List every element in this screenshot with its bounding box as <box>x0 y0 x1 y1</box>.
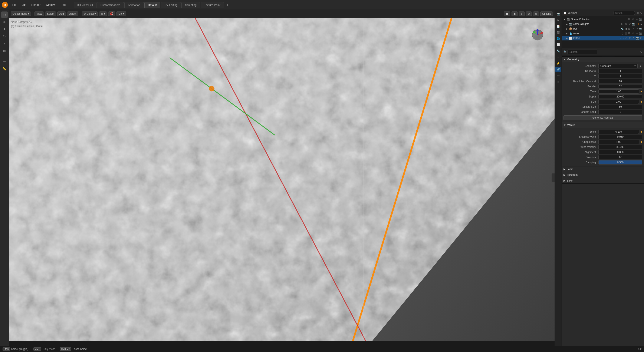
camera-lights-pointer[interactable]: ↗ <box>629 22 631 25</box>
props-icon-data[interactable]: 〰 <box>556 73 561 78</box>
sidebar-select-tool[interactable]: ⬚ <box>1 11 8 18</box>
spectrum-section-header[interactable]: ▶ Spectrum <box>562 172 644 178</box>
plane-viewport[interactable]: ⬡ <box>640 37 642 39</box>
y-value[interactable]: 1 <box>598 74 642 78</box>
viewport-canvas[interactable]: User Perspective (0) Scene Collection | … <box>9 18 554 341</box>
viewport-gizmos[interactable]: ⊛ <box>533 11 539 16</box>
plane-checkbox[interactable]: ☑ <box>625 37 627 39</box>
sidebar-scale-tool[interactable]: ⤢ <box>1 40 8 47</box>
tab-3d-view-full[interactable]: 3D View Full <box>74 2 96 8</box>
damping-value[interactable]: 0.500 <box>598 160 642 164</box>
bar-eye[interactable]: 👁 <box>632 27 634 30</box>
water-cam[interactable]: 📷 <box>639 32 642 35</box>
direction-value[interactable]: 0° <box>598 155 642 159</box>
sidebar-annotate-tool[interactable]: ✏ <box>1 58 8 65</box>
random-seed-value[interactable]: 0 <box>598 110 642 114</box>
plane-cam[interactable]: 📷 <box>636 37 639 39</box>
res-viewport-value[interactable]: 16 <box>598 79 642 83</box>
scale-value[interactable]: 0.100 <box>598 130 639 134</box>
time-value[interactable]: 1.00 <box>598 89 639 94</box>
outliner-filter-icon[interactable]: ⊞ <box>636 11 639 14</box>
bake-section-header[interactable]: ▶ Bake <box>562 178 644 183</box>
camera-lights-checkbox[interactable]: ☑ <box>621 22 624 25</box>
tab-texture-paint[interactable]: Texture Paint <box>200 2 224 8</box>
water-eye[interactable]: 👁 <box>632 32 634 35</box>
smallest-wave-value[interactable]: 0.050 <box>598 135 642 139</box>
depth-value[interactable]: 200.00 <box>598 94 642 99</box>
proportional-editing[interactable]: Mix ▾ <box>116 11 126 16</box>
camera-lights-cam[interactable]: 📷 <box>632 22 635 25</box>
sidebar-transform-tool[interactable]: ⊞ <box>1 48 8 54</box>
action-camera[interactable]: 📷 <box>639 18 642 21</box>
view-menu[interactable]: View <box>34 11 44 16</box>
menu-help[interactable]: Help <box>58 2 68 7</box>
outliner-item-scene-collection[interactable]: ▼ 🎬 Scene Collection ☑ 👁 ↗ 📷 <box>562 17 644 22</box>
outliner-item-water[interactable]: ▶ 💧 water ⬡ 1 ☑ 👁 ↗ 📷 <box>562 31 644 36</box>
sidebar-rotate-tool[interactable]: ↻ <box>1 33 8 39</box>
viewport-gizmo[interactable] <box>531 28 544 41</box>
props-icon-particles[interactable]: ✦ <box>556 54 561 60</box>
properties-panel[interactable]: ▼ Geometry Geometry Generate ▾ <box>562 57 644 346</box>
snap-toggle[interactable]: 🧲 <box>108 11 115 16</box>
repeat-x-value[interactable]: 1 <box>598 69 642 73</box>
geometry-dropdown[interactable]: Generate ▾ <box>598 64 638 68</box>
geometry-expand-btn[interactable]: ▾ <box>638 64 642 68</box>
transform-orientation[interactable]: ⊕ Global ▾ <box>82 11 98 16</box>
object-menu[interactable]: Object <box>67 11 78 16</box>
outliner-sort-icon[interactable]: ▽ <box>640 11 642 14</box>
props-icon-physics[interactable]: ⚡ <box>556 60 561 66</box>
props-icon-scene[interactable]: 🎬 <box>556 29 561 35</box>
outliner-item-bar[interactable]: ▶ 📦 bar 🔩 3 ☑ 👁 ↗ 📷 <box>562 26 644 31</box>
filter-icon[interactable]: ▽ <box>640 50 642 53</box>
props-icon-render[interactable]: 📷 <box>556 11 561 16</box>
tab-sculpting[interactable]: Sculpting <box>182 2 200 8</box>
alignment-value[interactable]: 0.000 <box>598 150 642 154</box>
outliner-item-camera-lights[interactable]: ▶ 📷 camera+lights ☑ 👁 ↗ 📷 ⬡ ★ <box>562 22 644 26</box>
plane-pointer[interactable]: ↗ <box>632 37 634 39</box>
bar-pointer[interactable]: ↗ <box>636 27 638 30</box>
object-mode-dropdown[interactable]: Object Mode ▾ <box>11 11 31 16</box>
tab-uv-editing[interactable]: UV Editing <box>161 2 181 8</box>
bar-checkbox[interactable]: ☑ <box>628 27 630 30</box>
water-pointer[interactable]: ↗ <box>636 32 638 35</box>
sidebar-cursor-tool[interactable]: ⊕ <box>1 19 8 25</box>
props-icon-constraints[interactable]: 🔗 <box>556 67 561 72</box>
viewport-shading-material[interactable]: ◉ <box>512 11 518 16</box>
props-icon-view-layer[interactable]: 📑 <box>556 23 561 29</box>
properties-search-input[interactable] <box>568 49 597 54</box>
add-menu[interactable]: Add <box>57 11 66 16</box>
props-icon-output[interactable]: 🖼 <box>556 17 561 23</box>
viewport-shading-solid[interactable]: ⬤ <box>504 11 510 16</box>
props-icon-object[interactable]: ⬜ <box>556 42 561 47</box>
options-btn[interactable]: Options <box>540 11 553 16</box>
bar-cam[interactable]: 📷 <box>639 27 642 30</box>
spatial-size-value[interactable]: 50 <box>598 105 642 109</box>
viewport-overlays[interactable]: ⊚ <box>526 11 532 16</box>
waves-section-header[interactable]: ▼ Waves <box>562 122 644 128</box>
action-pointer[interactable]: ↗ <box>636 18 638 21</box>
sidebar-measure-tool[interactable]: 📏 <box>1 65 8 72</box>
viewport-shading-rendered[interactable]: ◈ <box>519 11 524 16</box>
tab-animation[interactable]: Animation <box>124 2 144 8</box>
action-checkbox[interactable]: ☑ <box>628 18 630 21</box>
outliner-item-plane[interactable]: ▶ ⬜ Plane ✦ ✦ ☑ 👁 ↗ 📷 ⬡ <box>562 36 644 40</box>
size-value[interactable]: 1.00 <box>598 100 639 104</box>
tab-custom-shaders[interactable]: CustomShaders <box>97 2 124 8</box>
generate-normals-btn[interactable]: Generate Normals <box>564 115 642 120</box>
select-menu[interactable]: Select <box>45 11 56 16</box>
wind-velocity-value[interactable]: 30.000 <box>598 145 642 149</box>
camera-lights-eye[interactable]: 👁 <box>625 22 628 25</box>
tab-default[interactable]: Default <box>144 2 160 8</box>
pivot-point[interactable]: ⊙ ▾ <box>99 11 107 16</box>
sidebar-move-tool[interactable]: ✛ <box>1 26 8 32</box>
menu-window[interactable]: Window <box>44 2 58 7</box>
foam-section-header[interactable]: ▶ Foam <box>562 166 644 172</box>
geometry-section-header[interactable]: ▼ Geometry <box>562 57 644 62</box>
outliner-search-input[interactable] <box>614 11 635 15</box>
tab-add-button[interactable]: + <box>224 2 231 8</box>
props-icon-world[interactable]: 🌐 <box>556 36 561 41</box>
render-value[interactable]: 32 <box>598 84 642 88</box>
plane-eye[interactable]: 👁 <box>628 37 631 39</box>
props-icon-modifiers[interactable]: 🔩 <box>556 48 561 54</box>
action-eye[interactable]: 👁 <box>632 18 634 21</box>
